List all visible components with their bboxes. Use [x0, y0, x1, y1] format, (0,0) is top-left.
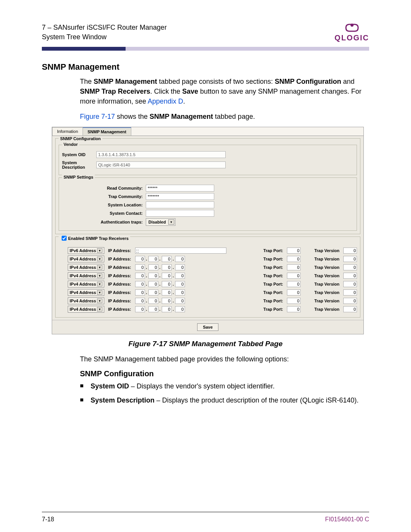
chevron-down-icon: ▼: [97, 299, 102, 303]
trap-port-input[interactable]: [287, 264, 301, 270]
trap-port-input[interactable]: [287, 281, 301, 287]
ipv4-octet-input[interactable]: [175, 264, 185, 270]
ipv4-octet-input[interactable]: [175, 289, 185, 296]
trap-port-input[interactable]: [287, 256, 301, 262]
group-snmp-configuration: SNMP Configuration Vendor System OID Sys…: [55, 138, 360, 234]
trap-row: IPv4 Address ▼ IP Address: . . . Trap Po…: [59, 281, 357, 288]
auth-traps-combo[interactable]: Disabled ▼: [146, 218, 175, 226]
ip-address-label: IP Address:: [107, 290, 133, 295]
ipv4-octet-input[interactable]: [135, 256, 145, 262]
qlogic-icon: [344, 23, 360, 33]
chevron-down-icon: ▼: [97, 257, 102, 261]
trap-port-input[interactable]: [287, 248, 301, 254]
bullet-icon: ■: [80, 395, 91, 405]
trap-version-input[interactable]: [343, 281, 357, 287]
ipv4-octet-input[interactable]: [162, 281, 172, 287]
ipv4-octet-input[interactable]: [175, 281, 185, 287]
ipv4-octet-input[interactable]: [135, 306, 145, 312]
addr-type-combo[interactable]: IPv4 Address ▼: [68, 306, 104, 313]
settings-input[interactable]: [146, 185, 214, 192]
addr-type-combo[interactable]: IPv6 Address ▼: [68, 247, 104, 254]
settings-input[interactable]: [146, 201, 214, 208]
trap-receivers-enable-checkbox[interactable]: [62, 236, 67, 241]
trap-port-input[interactable]: [287, 289, 301, 296]
doc-number: FI0154601-00 C: [325, 516, 369, 523]
ipv4-octet-input[interactable]: [175, 273, 185, 279]
vendor-row: System Description: [62, 160, 354, 169]
addr-type-combo[interactable]: IPv4 Address ▼: [68, 289, 104, 296]
trap-row: IPv6 Address ▼ IP Address: Trap Port: Tr…: [59, 247, 357, 254]
ipv4-octet-input[interactable]: [135, 273, 145, 279]
trap-version-label: Trap Version: [313, 265, 341, 270]
trap-version-input[interactable]: [343, 289, 357, 296]
vendor-label: System Description: [62, 160, 96, 169]
ipv4-octet-input[interactable]: [162, 289, 172, 296]
ipv4-octet-input[interactable]: [162, 273, 172, 279]
snmp-panel: Information SNMP Management SNMP Configu…: [52, 127, 364, 334]
figure-ref-link[interactable]: Figure 7-17: [80, 113, 115, 120]
ipv4-octet-input[interactable]: [175, 298, 185, 304]
vendor-value-input: [96, 151, 226, 158]
addr-type-combo[interactable]: IPv4 Address ▼: [68, 256, 104, 262]
ipv4-octet-input[interactable]: [148, 256, 158, 262]
intro-paragraph: The SNMP Management tabbed page consists…: [80, 77, 369, 106]
bullet-icon: ■: [80, 381, 91, 391]
tab-snmp-management[interactable]: SNMP Management: [83, 127, 131, 136]
trap-version-input[interactable]: [343, 306, 357, 312]
ipv4-octet-input[interactable]: [162, 298, 172, 304]
legend-vendor: Vendor: [62, 142, 79, 147]
legend-settings: SNMP Settings: [62, 175, 95, 179]
ipv4-octet-input[interactable]: [148, 298, 158, 304]
trap-port-input[interactable]: [287, 306, 301, 312]
trap-port-input[interactable]: [287, 298, 301, 304]
ip-address-label: IP Address:: [107, 265, 133, 270]
addr-type-combo[interactable]: IPv4 Address ▼: [68, 272, 104, 279]
trap-version-input[interactable]: [343, 273, 357, 279]
trap-version-input[interactable]: [343, 256, 357, 262]
ipv4-octet-input[interactable]: [135, 298, 145, 304]
settings-label: Read Community:: [100, 186, 146, 190]
addr-type-combo[interactable]: IPv4 Address ▼: [68, 297, 104, 304]
ipv4-octet-input[interactable]: [148, 306, 158, 312]
settings-row: System Location:: [62, 201, 354, 208]
figure-ref-paragraph: Figure 7-17 shows the SNMP Management ta…: [80, 112, 369, 121]
ipv4-octet-input[interactable]: [175, 256, 185, 262]
ipv4-group: . . .: [135, 289, 185, 296]
ipv4-octet-input[interactable]: [148, 264, 158, 270]
trap-row: IPv4 Address ▼ IP Address: . . . Trap Po…: [59, 289, 357, 296]
tab-information[interactable]: Information: [52, 127, 83, 136]
ipv4-octet-input[interactable]: [148, 289, 158, 296]
save-button[interactable]: Save: [197, 323, 218, 331]
ip-address-label: IP Address:: [107, 299, 133, 303]
appendix-link[interactable]: Appendix D: [148, 97, 183, 105]
group-trap-receivers: Enabled SNMP Trap Receivers IPv6 Address…: [55, 236, 360, 318]
ipv4-octet-input[interactable]: [162, 256, 172, 262]
ipv4-octet-input[interactable]: [162, 306, 172, 312]
settings-label: System Contact:: [100, 211, 146, 216]
ipv4-octet-input[interactable]: [162, 264, 172, 270]
svg-point-0: [350, 24, 354, 27]
list-item: ■ System Description – Displays the prod…: [80, 395, 369, 405]
trap-row: IPv4 Address ▼ IP Address: . . . Trap Po…: [59, 256, 357, 262]
ipv4-octet-input[interactable]: [148, 281, 158, 287]
ipv4-octet-input[interactable]: [148, 273, 158, 279]
addr-type-combo[interactable]: IPv4 Address ▼: [68, 264, 104, 271]
vendor-value-input: [96, 161, 226, 168]
settings-input[interactable]: [146, 193, 214, 200]
figure-caption: Figure 7-17 SNMP Management Tabbed Page: [42, 340, 369, 348]
ipv4-octet-input[interactable]: [175, 306, 185, 312]
trap-version-label: Trap Version: [313, 290, 341, 295]
trap-version-input[interactable]: [343, 264, 357, 270]
trap-port-label: Trap Port:: [262, 248, 285, 253]
trap-port-label: Trap Port:: [262, 299, 285, 303]
trap-port-input[interactable]: [287, 273, 301, 279]
settings-input[interactable]: [146, 210, 214, 217]
ipv4-octet-input[interactable]: [135, 264, 145, 270]
settings-row: System Contact:: [62, 210, 354, 217]
trap-version-input[interactable]: [343, 248, 357, 254]
ipv4-octet-input[interactable]: [135, 281, 145, 287]
ipv6-input[interactable]: [135, 248, 226, 254]
ipv4-octet-input[interactable]: [135, 289, 145, 296]
addr-type-combo[interactable]: IPv4 Address ▼: [68, 281, 104, 288]
trap-version-input[interactable]: [343, 298, 357, 304]
